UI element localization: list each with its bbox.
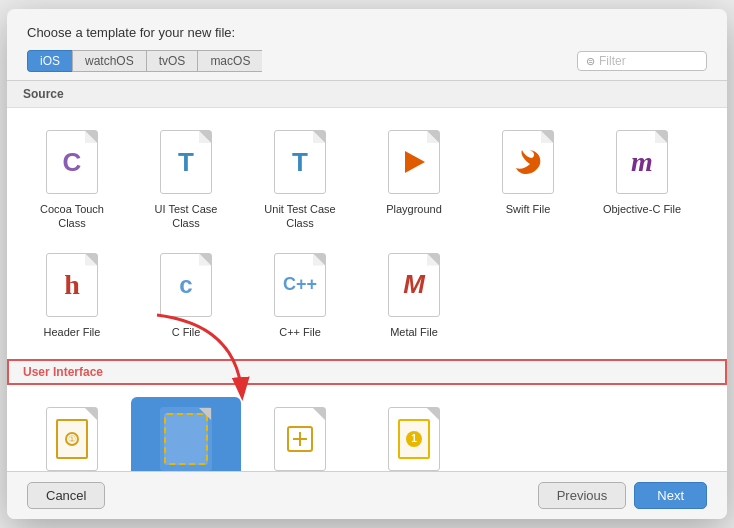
objc-file-item[interactable]: m Objective-C File xyxy=(587,120,697,239)
header-icon: h xyxy=(44,251,100,319)
ui-section: User Interface ① xyxy=(7,359,727,472)
empty-item[interactable]: Empty xyxy=(245,397,355,472)
playground-icon xyxy=(386,128,442,196)
unit-test-label: Unit Test CaseClass xyxy=(264,202,335,231)
playground-item[interactable]: Playground xyxy=(359,120,469,239)
cancel-button[interactable]: Cancel xyxy=(27,482,105,509)
launch-screen-icon: 1 xyxy=(386,405,442,472)
tab-watchos[interactable]: watchOS xyxy=(72,50,146,72)
svg-marker-0 xyxy=(405,151,425,173)
ui-grid: ① Storyboard View View xyxy=(7,385,727,472)
view-item[interactable]: View View xyxy=(131,397,241,472)
swift-file-item[interactable]: Swift File xyxy=(473,120,583,239)
tab-tvos[interactable]: tvOS xyxy=(146,50,198,72)
c-file-icon: c xyxy=(158,251,214,319)
cocoa-touch-class-item[interactable]: C Cocoa TouchClass xyxy=(17,120,127,239)
cocoa-touch-icon: C xyxy=(44,128,100,196)
playground-label: Playground xyxy=(386,202,442,216)
unit-test-case-item[interactable]: T Unit Test CaseClass xyxy=(245,120,355,239)
storyboard-item[interactable]: ① Storyboard xyxy=(17,397,127,472)
header-label: Header File xyxy=(44,325,101,339)
swift-file-icon xyxy=(500,128,556,196)
dialog: Choose a template for your new file: iOS… xyxy=(7,9,727,519)
tab-macos[interactable]: macOS xyxy=(197,50,262,72)
empty-icon xyxy=(272,405,328,472)
tab-bar: iOS watchOS tvOS macOS ⊜ Filter xyxy=(7,50,727,80)
previous-button[interactable]: Previous xyxy=(538,482,627,509)
user-interface-section-header: User Interface xyxy=(7,359,727,385)
view-icon xyxy=(158,405,214,472)
source-section-header: Source xyxy=(7,81,727,108)
c-file-item[interactable]: c C File xyxy=(131,243,241,347)
ui-test-icon: T xyxy=(158,128,214,196)
cpp-label: C++ File xyxy=(279,325,321,339)
cpp-icon: C++ xyxy=(272,251,328,319)
tab-ios[interactable]: iOS xyxy=(27,50,72,72)
unit-test-icon: T xyxy=(272,128,328,196)
dialog-title: Choose a template for your new file: xyxy=(7,9,727,50)
swift-file-label: Swift File xyxy=(506,202,551,216)
next-button[interactable]: Next xyxy=(634,482,707,509)
cpp-file-item[interactable]: C++ C++ File xyxy=(245,243,355,347)
dialog-footer: Cancel Previous Next xyxy=(7,472,727,519)
launch-screen-item[interactable]: 1 Launch Screen xyxy=(359,397,469,472)
cocoa-touch-label: Cocoa TouchClass xyxy=(40,202,104,231)
filter-placeholder: Filter xyxy=(599,54,626,68)
header-file-item[interactable]: h Header File xyxy=(17,243,127,347)
objc-icon: m xyxy=(614,128,670,196)
content-area: Source C Cocoa TouchClass T UI Test Ca xyxy=(7,80,727,472)
filter-box[interactable]: ⊜ Filter xyxy=(577,51,707,71)
ui-test-label: UI Test CaseClass xyxy=(155,202,218,231)
metal-file-item[interactable]: M Metal File xyxy=(359,243,469,347)
storyboard-icon: ① xyxy=(44,405,100,472)
ui-test-case-item[interactable]: T UI Test CaseClass xyxy=(131,120,241,239)
metal-label: Metal File xyxy=(390,325,438,339)
c-file-label: C File xyxy=(172,325,201,339)
filter-icon: ⊜ xyxy=(586,55,595,68)
objc-label: Objective-C File xyxy=(603,202,681,216)
source-grid: C Cocoa TouchClass T UI Test CaseClass xyxy=(7,108,727,359)
metal-icon: M xyxy=(386,251,442,319)
